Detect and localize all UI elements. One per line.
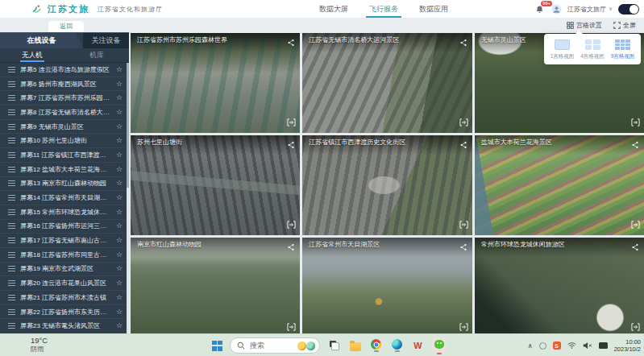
device-list-item[interactable]: 屏幕21 江苏省苏州市木渎古镇☆ [0,291,126,305]
fullscreen-button[interactable]: 全屏 [613,21,636,30]
video-tile[interactable]: 江苏省镇江市西津渡历史文化街区 [302,135,472,235]
subtab-hangar[interactable]: 机库 [64,48,129,62]
expand-icon[interactable] [287,115,296,130]
video-tile[interactable]: 江苏省苏州市苏州乐园森林世界 [131,33,300,133]
star-icon[interactable]: ☆ [116,180,123,187]
battery-icon[interactable] [599,342,608,349]
nav-flight-service[interactable]: 飞行服务 [369,0,398,18]
star-icon[interactable]: ☆ [116,123,123,130]
device-list-item[interactable]: 屏幕15 常州市环球恐龙城休闲旅游区☆ [0,205,126,220]
video-tile[interactable]: 盐城市大丰荷兰花海景区 [475,135,644,235]
taskbar-clock[interactable]: 10:00 2023/10/2 [614,338,641,354]
video-tile[interactable]: 常州市环球恐龙城休闲旅游区 [475,238,644,337]
expand-icon[interactable] [459,320,468,334]
file-explorer-button[interactable] [348,341,362,351]
tray-expand-button[interactable]: ∧ [528,342,533,350]
wifi-icon[interactable] [567,342,576,350]
device-list-item[interactable]: 屏幕13 南京市红山森林动物园☆ [0,177,126,192]
share-icon[interactable] [459,138,467,152]
share-icon[interactable] [287,138,295,152]
star-icon[interactable]: ☆ [116,94,123,101]
device-list-item[interactable]: 屏幕16 江苏省扬州市运河三湾风景区☆ [0,220,126,234]
star-icon[interactable]: ☆ [116,279,123,287]
device-list-item[interactable]: 屏幕5 连云港市连岛旅游度假区☆ [0,63,126,77]
nav-data-screen[interactable]: 数据大屏 [319,0,348,18]
expand-icon[interactable] [459,115,468,130]
expand-icon[interactable] [287,217,296,232]
grid-option-4[interactable]: 4宫格视图 [579,39,607,60]
tab-online-devices[interactable]: 在线设备 [0,33,83,48]
edge-button[interactable] [390,339,404,352]
sidebar-scrollbar[interactable] [127,63,129,333]
star-icon[interactable]: ☆ [116,194,123,201]
star-icon[interactable]: ☆ [116,222,123,230]
task-view-icon [330,341,339,350]
nav-data-apps[interactable]: 数据应用 [419,0,448,18]
video-tile[interactable]: 江苏省常州市天目湖景区 [302,238,472,337]
device-list-item[interactable]: 屏幕19 南京市玄武湖景区☆ [0,263,126,277]
wps-button[interactable]: W [411,341,425,351]
windows-start-button[interactable] [212,341,222,351]
weather-widget[interactable]: 19°C 阴雨 [31,337,48,353]
device-list-item[interactable]: 屏幕11 江苏省镇江市西津渡历史文化...☆ [0,148,126,163]
device-list-item[interactable]: 屏幕8 江苏省无锡市清名桥大运河景区☆ [0,106,126,120]
device-list-item[interactable]: 屏幕18 江苏省苏州市同里古镇景区☆ [0,248,126,263]
grid-option-9[interactable]: 9宫格视图 [609,39,637,60]
device-list-item[interactable]: 屏幕12 盐城市大丰荷兰花海景区☆ [0,163,126,177]
share-icon[interactable] [631,240,639,255]
expand-icon[interactable] [287,320,296,334]
star-icon[interactable]: ☆ [116,209,123,216]
search-input[interactable] [248,341,294,350]
star-icon[interactable]: ☆ [116,237,123,244]
star-icon[interactable]: ☆ [116,109,123,116]
star-icon[interactable]: ☆ [116,294,123,301]
device-list-item[interactable]: 屏幕20 连云港市花果山风景区☆ [0,276,126,291]
star-icon[interactable]: ☆ [116,322,123,329]
share-icon[interactable] [459,240,467,255]
tab-followed-devices[interactable]: 关注设备 [83,33,129,48]
wechat-button[interactable] [432,337,446,354]
star-icon[interactable]: ☆ [116,137,123,144]
star-icon[interactable]: ☆ [116,151,123,159]
device-list-item[interactable]: 屏幕6 扬州市瘦西湖风景区☆ [0,77,126,92]
video-tile[interactable]: 南京市红山森林动物园 [131,238,300,337]
grid-option-1[interactable]: 1宫格视图 [548,39,576,60]
account-menu[interactable]: 江苏省文旅厅 ∨ [567,5,613,14]
share-icon[interactable] [631,138,639,152]
share-icon[interactable] [287,240,295,255]
expand-icon[interactable] [459,217,468,232]
volume-muted-icon[interactable] [583,342,592,350]
device-list-item[interactable]: 屏幕22 江苏省扬州市东关历史文化旅...☆ [0,305,126,320]
back-tab[interactable]: 返回 [48,21,84,32]
grid-settings-button[interactable]: 宫格设置 [567,21,602,30]
avatar[interactable] [551,4,562,14]
device-list-item[interactable]: 屏幕7 江苏省苏州市苏州乐园森林世界☆ [0,91,126,106]
star-icon[interactable]: ☆ [116,81,123,88]
theme-toggle[interactable] [618,4,639,14]
ime-icon[interactable] [539,342,546,350]
star-icon[interactable]: ☆ [116,265,123,272]
expand-icon[interactable] [631,320,640,334]
share-icon[interactable] [459,35,467,50]
star-icon[interactable]: ☆ [116,66,123,73]
video-tile[interactable]: 苏州七里山塘街 [131,135,300,235]
expand-icon[interactable] [631,217,640,232]
device-list-item[interactable]: 屏幕10 苏州七里山塘街☆ [0,134,126,148]
chrome-button[interactable] [369,339,383,352]
star-icon[interactable]: ☆ [116,251,123,259]
expand-icon[interactable] [631,115,640,130]
notifications-button[interactable]: 99+ [535,3,546,14]
device-list-item[interactable]: 屏幕9 无锡市灵山景区☆ [0,120,126,135]
share-icon[interactable] [287,35,295,50]
video-tile[interactable]: 江苏省无锡市清名桥大运河景区 [302,33,472,133]
taskbar-search[interactable] [230,337,320,354]
subtab-drone[interactable]: 无人机 [0,48,64,62]
device-list-item[interactable]: 屏幕23 无锡市鼋头渚风景区☆ [0,319,126,333]
device-label: 屏幕13 南京市红山森林动物园 [20,179,111,188]
remote-app-icon[interactable]: S [553,342,561,350]
star-icon[interactable]: ☆ [116,166,123,173]
star-icon[interactable]: ☆ [116,308,123,316]
device-list-item[interactable]: 屏幕17 江苏省无锡市惠山古镇景区☆ [0,234,126,248]
device-list-item[interactable]: 屏幕14 江苏省常州市天目湖景区☆ [0,191,126,205]
task-view-button[interactable] [327,341,341,350]
